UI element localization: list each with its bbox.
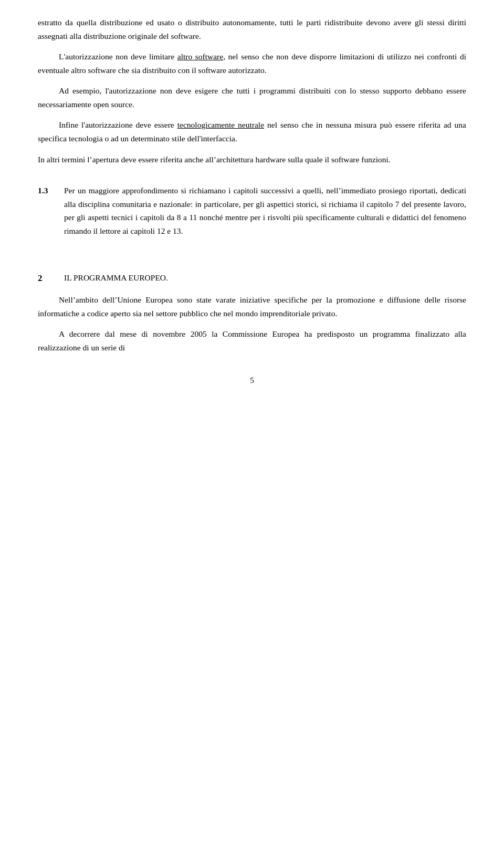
paragraph-5: In altri termini l’apertura deve essere … bbox=[38, 153, 466, 167]
section-2-paragraph-2: A decorrere dal mese di novembre 2005 la… bbox=[38, 327, 466, 354]
paragraph-4-text-1: Infine l'autorizzazione deve essere bbox=[59, 120, 177, 129]
section-2-number: 2 bbox=[38, 271, 64, 286]
page-container: estratto da quella distribuzione ed usat… bbox=[0, 0, 504, 862]
paragraph-2: L'autorizzazione non deve limitare altro… bbox=[38, 50, 466, 77]
page-number: 5 bbox=[38, 376, 466, 385]
section-2-title: IL PROGRAMMA EUROPEO. bbox=[64, 271, 168, 285]
paragraph-2-text-1: L'autorizzazione non deve limitare bbox=[59, 52, 177, 61]
paragraph-4-underline: tecnologicamente neutrale bbox=[177, 120, 264, 129]
subsection-1-3-text: Per un maggiore approfondimento si richi… bbox=[64, 184, 466, 237]
section-2-paragraph-1: Nell’ambito dell’Unione Europea sono sta… bbox=[38, 293, 466, 320]
section-2-heading: 2 IL PROGRAMMA EUROPEO. bbox=[38, 271, 466, 286]
paragraph-3: Ad esempio, l'autorizzazione non deve es… bbox=[38, 84, 466, 111]
subsection-1-3: 1.3 Per un maggiore approfondimento si r… bbox=[38, 184, 466, 237]
paragraph-4: Infine l'autorizzazione deve essere tecn… bbox=[38, 118, 466, 145]
paragraph-2-underline: altro software bbox=[177, 52, 223, 61]
subsection-1-3-number: 1.3 bbox=[38, 184, 64, 198]
paragraph-1: estratto da quella distribuzione ed usat… bbox=[38, 16, 466, 43]
spacer-2 bbox=[38, 245, 466, 255]
spacer-1 bbox=[38, 173, 466, 184]
